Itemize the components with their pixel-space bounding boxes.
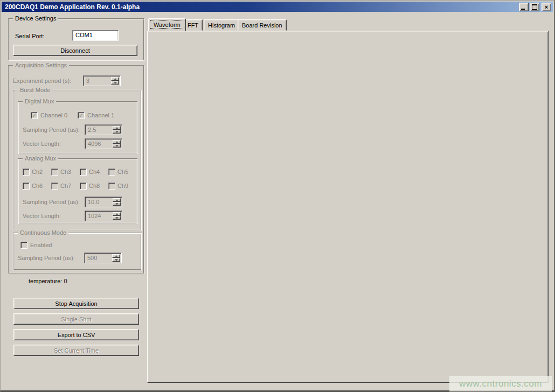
- spin-down-icon: [115, 217, 119, 219]
- channel0-checkbox: ✓: [31, 112, 38, 119]
- set-current-time-button: Set Current Time: [13, 345, 139, 356]
- ch8-checkbox: [80, 183, 87, 190]
- digital-mux-legend: Digital Mux: [23, 98, 56, 104]
- app-window: 200CDAQ1 Demo Application Rev. 0.1-alpha…: [0, 0, 555, 392]
- waveform-tab-panel: [147, 31, 549, 383]
- stop-acquisition-button[interactable]: Stop Acquisition: [13, 298, 139, 309]
- ch4-label: Ch4: [89, 169, 100, 175]
- analog-mux-group: Analog Mux Ch2 Ch3 Ch4 Ch5 Ch6 Ch7 Ch8 C…: [18, 158, 137, 223]
- analog-sampling-period-spinner: 10.0: [85, 197, 122, 207]
- spin-down-icon: [115, 131, 119, 133]
- digital-mux-group: Digital Mux ✓ Channel 0 ✓ Channel 1 Samp…: [18, 101, 137, 153]
- ch6-label: Ch6: [32, 183, 43, 189]
- spin-down-button: [113, 216, 121, 220]
- analog-sampling-period-label: Sampling Period (us):: [23, 199, 80, 205]
- ch7-label: Ch7: [60, 183, 71, 189]
- ch2-checkbox: [23, 169, 30, 176]
- spin-down-button: [113, 202, 121, 206]
- tab-waveform[interactable]: Waveform: [148, 18, 186, 31]
- spin-up-button: [113, 140, 121, 144]
- spin-up-icon: [115, 255, 118, 257]
- minimize-icon: [521, 9, 525, 10]
- spin-down-button: [111, 81, 119, 85]
- maximize-button[interactable]: [530, 3, 539, 11]
- ch5-label: Ch5: [117, 169, 128, 175]
- spin-down-button: [113, 130, 121, 134]
- tab-fft[interactable]: FFT: [183, 19, 203, 31]
- device-settings-legend: Device Settings: [13, 15, 58, 22]
- minimize-button[interactable]: [519, 3, 529, 11]
- spin-down-icon: [115, 145, 119, 147]
- digital-vector-length-spinner: 4096: [85, 138, 122, 149]
- experiment-period-spinner: 3: [83, 75, 121, 86]
- continuous-mode-legend: Continuous Mode: [18, 229, 68, 236]
- analog-mux-legend: Analog Mux: [23, 155, 58, 162]
- continuous-sampling-period-spinner: 500: [84, 253, 122, 263]
- single-shot-button: Single Shot: [13, 313, 139, 325]
- acquisition-settings-group: Acquisition Settings Experiment period (…: [8, 65, 144, 274]
- spin-up-icon: [114, 78, 117, 80]
- digital-vector-length-label: Vector Length:: [23, 141, 61, 147]
- watermark: www.cntronics.com: [449, 376, 552, 391]
- spin-up-button: [113, 198, 121, 202]
- check-icon: ✓: [32, 113, 37, 118]
- ch3-label: Ch3: [60, 169, 71, 175]
- ch2-label: Ch2: [32, 169, 43, 175]
- continuous-sampling-period-label: Sampling Period (us):: [18, 255, 75, 261]
- spin-down-icon: [114, 82, 117, 84]
- ch5-checkbox: [108, 169, 115, 176]
- export-to-csv-button[interactable]: Export to CSV: [13, 329, 139, 340]
- spin-up-icon: [115, 213, 119, 215]
- burst-mode-group: Burst Mode Digital Mux ✓ Channel 0 ✓ Cha…: [13, 90, 141, 230]
- titlebar: 200CDAQ1 Demo Application Rev. 0.1-alpha…: [2, 2, 553, 12]
- tab-histogram[interactable]: Histogram: [204, 19, 239, 31]
- ch8-label: Ch8: [89, 183, 100, 189]
- spin-up-icon: [115, 127, 119, 129]
- channel1-checkbox: ✓: [78, 112, 85, 119]
- temperature-readout: temperature: 0: [29, 278, 67, 284]
- acquisition-settings-legend: Acquisition Settings: [13, 62, 69, 68]
- digital-sampling-period-label: Sampling Period (us):: [23, 127, 80, 133]
- channel1-label: Channel 1: [87, 112, 114, 118]
- serial-port-label: Serial Port:: [15, 33, 44, 39]
- tab-board-revision[interactable]: Board Revision: [238, 19, 287, 31]
- ch6-checkbox: [23, 183, 30, 190]
- disconnect-button[interactable]: Disconnect: [13, 45, 137, 56]
- spin-up-icon: [115, 199, 119, 201]
- close-button[interactable]: ×: [542, 3, 551, 11]
- spin-up-button: [113, 212, 121, 216]
- spin-up-button: [111, 77, 119, 81]
- experiment-period-label: Experiment period (s):: [13, 78, 71, 84]
- serial-port-input[interactable]: COM1: [72, 30, 119, 41]
- ch7-checkbox: [51, 183, 58, 190]
- spin-up-button: [113, 126, 121, 130]
- ch9-label: Ch9: [117, 183, 128, 189]
- window-title: 200CDAQ1 Demo Application Rev. 0.1-alpha: [5, 3, 140, 11]
- spin-up-icon: [115, 141, 119, 143]
- spin-down-button: [113, 144, 121, 148]
- analog-vector-length-spinner: 1024: [85, 211, 122, 221]
- serial-port-value: COM1: [75, 32, 93, 38]
- ch4-checkbox: [80, 169, 87, 176]
- burst-mode-legend: Burst Mode: [18, 87, 52, 93]
- continuous-mode-group: Continuous Mode Enabled Sampling Period …: [13, 233, 141, 270]
- device-settings-group: Device Settings Serial Port: COM1 Discon…: [8, 18, 144, 60]
- enabled-checkbox: [20, 242, 27, 249]
- channel0-label: Channel 0: [40, 112, 67, 118]
- spin-down-button: [112, 258, 120, 262]
- digital-sampling-period-spinner: 2.5: [85, 124, 122, 135]
- close-icon: ×: [545, 4, 548, 10]
- spin-down-icon: [115, 259, 118, 261]
- spin-down-icon: [115, 203, 119, 205]
- maximize-icon: [532, 4, 537, 10]
- check-icon: ✓: [79, 113, 84, 118]
- analog-vector-length-label: Vector Length:: [23, 213, 61, 219]
- enabled-label: Enabled: [30, 242, 52, 248]
- window-controls: ×: [519, 3, 553, 11]
- ch9-checkbox: [108, 183, 115, 190]
- spin-up-button: [112, 254, 120, 258]
- ch3-checkbox: [51, 169, 58, 176]
